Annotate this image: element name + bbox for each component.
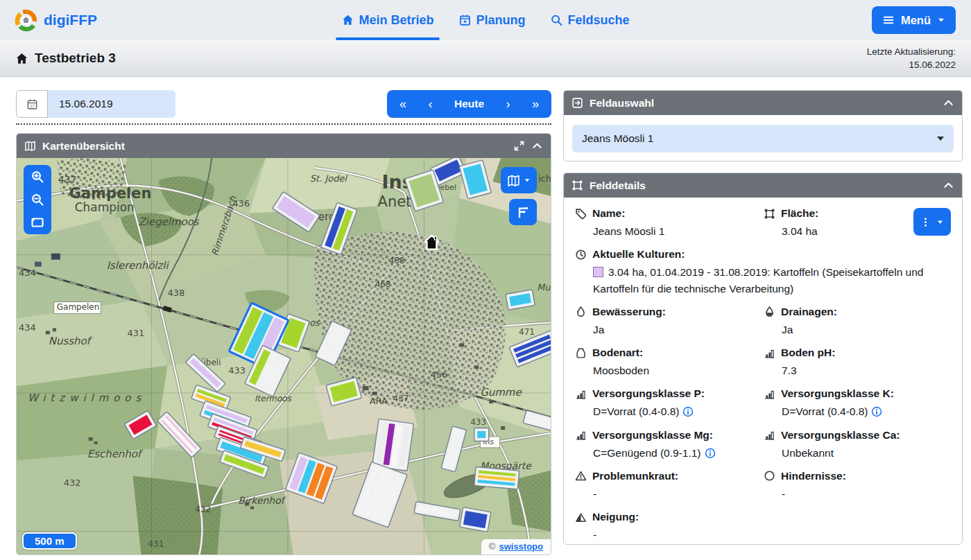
chart-icon — [575, 388, 587, 400]
vector-icon — [764, 208, 775, 220]
detail-value: Ja — [593, 324, 604, 335]
tab-feldsuche[interactable]: Feldsuche — [551, 0, 630, 40]
measure-button[interactable] — [509, 199, 537, 225]
fullscreen-button[interactable] — [513, 140, 525, 152]
detail-label: Drainagen: — [781, 306, 837, 318]
map-canvas[interactable]: 437GampelenChampionZiegelmoos436Rimmerzb… — [17, 158, 551, 554]
map-label: Champion — [75, 200, 135, 214]
map-collapse-button[interactable] — [531, 140, 543, 152]
polygon-icon — [572, 180, 583, 191]
field-detail-bew-sserung: Bewässerung:Ja — [575, 306, 759, 338]
swisstopo-link[interactable]: swisstopo — [499, 541, 543, 552]
detail-label: Versorgungsklasse P: — [592, 387, 705, 400]
detail-value: Unbekannt — [782, 447, 834, 459]
tab-planung[interactable]: Planung — [459, 0, 526, 40]
field-detail-aktuelle-kulturen: Aktuelle Kulturen:3.04 ha, 01.04.2019 - … — [575, 248, 951, 297]
subheader: Testbetrieb 3 Letzte Aktualisierung: 15.… — [0, 40, 971, 77]
field-dropdown[interactable]: Jeans Möosli 1 — [572, 125, 954, 152]
kebab-menu-icon — [920, 217, 931, 227]
zoom-extent-button[interactable] — [31, 216, 44, 229]
field-actions-button[interactable] — [913, 208, 951, 236]
field-detail-versorgungsklasse-p: Versorgungsklasse P:D=Vorrat (0.4-0.8) — [575, 387, 759, 419]
map-field-polygon[interactable] — [474, 428, 489, 441]
map-label: 432 — [195, 505, 211, 514]
field-select-header: Feldauswahl — [564, 91, 962, 115]
detail-value: - — [782, 488, 785, 500]
today-button[interactable]: Heute — [454, 98, 484, 110]
main-navigation: Mein BetriebPlanungFeldsuche — [341, 0, 629, 40]
detail-value: 3.04 ha — [782, 225, 818, 237]
hamburger-icon — [882, 14, 895, 26]
farm-name: Testbetrieb 3 — [35, 51, 116, 66]
brand[interactable]: digiFFP — [14, 0, 97, 40]
field-detail-name: Name:Jeans Möosli 1 — [575, 207, 759, 239]
map-label: 468 — [375, 279, 391, 289]
field-details-grid: Name:Jeans Möosli 1Fläche:3.04 haAktuell… — [575, 207, 951, 552]
map-label: 471 — [519, 327, 535, 337]
map-label: Nusshof — [49, 335, 93, 347]
field-details-header: Felddetails — [564, 173, 962, 198]
forward-button[interactable]: › — [506, 98, 510, 110]
map-label: Birkenhof — [238, 495, 286, 506]
calplus-icon — [459, 14, 472, 26]
menu-button[interactable]: Menü — [872, 6, 956, 34]
field-detail-problemunkraut: Problemunkraut:- — [575, 470, 759, 502]
layers-button[interactable] — [501, 167, 537, 193]
menu-label: Menü — [901, 14, 931, 27]
caret-down-icon — [936, 218, 944, 226]
home-icon — [341, 14, 354, 26]
map-field-polygon[interactable] — [372, 419, 414, 471]
detail-label: Versorgungsklasse Mg: — [592, 429, 713, 441]
map-label: 431 — [128, 328, 145, 338]
caret-down-icon — [524, 177, 531, 184]
map-label: Anet — [378, 193, 412, 210]
detail-value: - — [593, 488, 596, 500]
calendar-button[interactable]: 17 — [16, 90, 48, 118]
zoom-out-button[interactable] — [31, 193, 44, 207]
last-update: Letzte Aktualisierung: 15.06.2022 — [867, 46, 956, 72]
map-field-polygon[interactable] — [474, 467, 519, 489]
warn-icon — [575, 470, 587, 482]
map-label: 456 — [430, 369, 447, 380]
map-scale-bar: 500 m — [22, 532, 77, 550]
zoom-in-button[interactable] — [31, 170, 44, 184]
detail-value: Ja — [782, 324, 793, 335]
map-label: 434 — [19, 322, 36, 333]
detail-label: Bodenart: — [592, 347, 643, 359]
back-button[interactable]: ‹ — [428, 98, 432, 110]
field-detail-bodenart: Bodenart:Moosboden — [575, 347, 759, 378]
tab-mein-betrieb[interactable]: Mein Betrieb — [341, 0, 433, 40]
map-label: 433 — [470, 417, 486, 427]
chart-icon — [764, 388, 775, 400]
farm-title: Testbetrieb 3 — [15, 40, 116, 76]
tag-icon — [575, 208, 587, 220]
info-icon[interactable] — [705, 448, 716, 459]
map-field-polygon[interactable] — [460, 507, 491, 532]
detail-label: Boden pH: — [781, 347, 835, 359]
chart-icon — [575, 429, 587, 441]
skip-forward-button[interactable]: » — [532, 98, 539, 110]
map-label: St. Jodel — [310, 173, 347, 184]
dropdown-caret-icon — [937, 137, 944, 141]
field-select-panel: Feldauswahl Jeans Möosli 1 — [563, 90, 963, 161]
field-details-panel: Felddetails Name:Jeans Möosli 1Fläche:3.… — [563, 173, 963, 545]
skip-back-button[interactable]: « — [399, 98, 406, 110]
detail-label: Hindernisse: — [781, 470, 846, 482]
map-label: ARA — [370, 396, 388, 406]
search-icon — [551, 14, 563, 26]
info-icon[interactable] — [871, 406, 882, 417]
info-icon[interactable] — [682, 406, 694, 417]
map-label: 437 — [58, 174, 77, 185]
date-input[interactable]: 15.06.2019 — [48, 90, 175, 118]
field-details-body: Name:Jeans Möosli 1Fläche:3.04 haAktuell… — [564, 198, 962, 560]
detail-value: D=Vorrat (0.4-0.8) — [593, 405, 679, 417]
map-panel: Kartenübersicht — [16, 133, 551, 555]
field-detail-versorgungsklasse-ca: Versorgungsklasse Ca:Unbekannt — [764, 429, 951, 461]
detail-label: Fläche: — [781, 207, 818, 220]
detail-label: Problemunkraut: — [592, 470, 678, 482]
jar-icon — [575, 347, 587, 359]
svg-text:17: 17 — [30, 103, 34, 107]
map-zoom-controls — [24, 165, 51, 234]
field-select-collapse-button[interactable] — [943, 97, 954, 109]
field-details-collapse-button[interactable] — [943, 180, 954, 191]
